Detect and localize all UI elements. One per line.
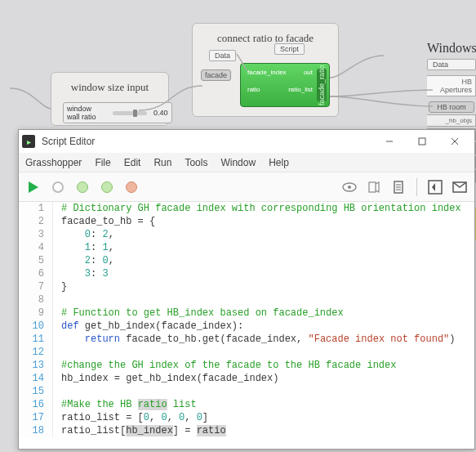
gutter: 8 xyxy=(19,293,53,307)
code-line[interactable]: 15 xyxy=(19,385,474,398)
code-line[interactable]: 5 2: 0, xyxy=(19,254,474,267)
param-hb-room[interactable]: HB room xyxy=(429,101,474,113)
code-line[interactable]: 2facade_to_hb = { xyxy=(19,215,474,228)
slider-value: 0.40 xyxy=(153,109,168,117)
close-button[interactable] xyxy=(438,130,471,153)
gutter: 17 xyxy=(19,411,53,424)
toolbar-btn-r4[interactable] xyxy=(425,177,445,197)
code-text: 1: 1, xyxy=(53,241,114,254)
gutter: 9 xyxy=(19,307,53,320)
component-name-vertical: facade_ratio xyxy=(317,69,327,101)
gutter: 6 xyxy=(19,267,53,280)
code-line[interactable]: 8 xyxy=(19,293,474,307)
code-line[interactable]: 1# Dictionary GH facade index with corre… xyxy=(19,202,474,215)
code-text: facade_to_hb = { xyxy=(53,215,155,228)
code-text: 3: 3 xyxy=(53,267,109,280)
gutter: 5 xyxy=(19,254,53,267)
maximize-button[interactable] xyxy=(406,130,438,153)
code-text: #Make the HB ratio list xyxy=(53,398,197,411)
slider-window-wall-ratio[interactable]: window wall ratio 0.40 xyxy=(63,102,172,123)
toolbar-btn-5[interactable] xyxy=(122,177,141,197)
code-line[interactable]: 4 1: 1, xyxy=(19,241,474,254)
code-line[interactable]: 3 0: 2, xyxy=(19,228,474,241)
code-text: ratio_list[hb_index] = ratio xyxy=(53,424,226,437)
toolbar xyxy=(19,172,474,202)
code-line[interactable]: 18ratio_list[hb_index] = ratio xyxy=(19,424,474,437)
code-line[interactable]: 13#change the GH index of the facade to … xyxy=(19,359,474,372)
gutter: 10 xyxy=(19,320,53,333)
script-editor-window: ▸ Script Editor Grasshopper File Edit Ru… xyxy=(18,129,475,450)
toolbar-btn-2[interactable] xyxy=(48,177,68,197)
code-text: def get_hb_index(facade_index): xyxy=(53,320,243,333)
code-line[interactable]: 14hb_index = get_hb_index(facade_index) xyxy=(19,372,474,385)
gutter: 7 xyxy=(19,280,53,293)
gutter: 3 xyxy=(19,228,53,241)
code-line[interactable]: 11 return facade_to_hb.get(facade_index,… xyxy=(19,333,474,346)
group-title: window size input xyxy=(63,81,157,94)
code-editor[interactable]: 1# Dictionary GH facade index with corre… xyxy=(19,202,474,449)
param-facade[interactable]: facade xyxy=(201,69,231,81)
menu-grasshopper[interactable]: Grasshopper xyxy=(25,157,82,168)
app-icon: ▸ xyxy=(22,135,35,148)
data-tag: Data xyxy=(427,59,476,70)
code-line[interactable]: 12 xyxy=(19,346,474,359)
code-text: return facade_to_hb.get(facade_index, "F… xyxy=(53,333,456,346)
gutter: 12 xyxy=(19,346,53,359)
preview-icon[interactable] xyxy=(340,177,359,197)
toolbar-btn-r2[interactable] xyxy=(364,177,384,197)
toolbar-btn-r3[interactable] xyxy=(389,177,408,197)
gutter: 2 xyxy=(19,215,53,228)
gutter: 1 xyxy=(19,202,53,215)
toolbar-btn-r5[interactable] xyxy=(450,177,469,197)
code-text: 2: 0, xyxy=(53,254,114,267)
svg-rect-1 xyxy=(419,138,425,145)
code-line[interactable]: 7} xyxy=(19,280,474,293)
gutter: 16 xyxy=(19,398,53,411)
code-text: hb_index = get_hb_index(facade_index) xyxy=(53,372,278,385)
code-text: # Dictionary GH facade index with corres… xyxy=(53,202,461,215)
menu-file[interactable]: File xyxy=(95,157,110,168)
slider-label: window wall ratio xyxy=(67,105,106,121)
code-line[interactable]: 10def get_hb_index(facade_index): xyxy=(19,320,474,333)
toolbar-btn-4[interactable] xyxy=(97,177,117,197)
menu-edit[interactable]: Edit xyxy=(124,157,141,168)
window-title: Script Editor xyxy=(42,136,95,147)
titlebar[interactable]: ▸ Script Editor xyxy=(19,130,474,153)
gutter: 4 xyxy=(19,241,53,254)
out-label: out xyxy=(304,69,313,76)
gutter: 13 xyxy=(19,359,53,372)
code-text xyxy=(53,385,61,398)
group-window-size-input: window size input window wall ratio 0.40 xyxy=(51,72,169,126)
group-title: Windows xyxy=(427,41,476,56)
svg-rect-7 xyxy=(369,182,376,192)
code-line[interactable]: 9# Function to get HB_index based on fac… xyxy=(19,307,474,320)
menu-run[interactable]: Run xyxy=(153,157,171,168)
toolbar-btn-3[interactable] xyxy=(73,177,92,197)
group-connect-ratio: connect ratio to facade Data Script faca… xyxy=(192,23,339,117)
component-facade-ratio[interactable]: facade_index out ratio ratio_list facade… xyxy=(240,63,330,107)
menu-help[interactable]: Help xyxy=(269,157,289,168)
menu-tools[interactable]: Tools xyxy=(185,157,207,168)
in-ratio: ratio xyxy=(247,86,260,93)
code-text: #change the GH index of the facade to th… xyxy=(53,359,396,372)
hb-apertures-label: HB Apertures xyxy=(427,75,476,96)
svg-point-6 xyxy=(348,186,351,189)
code-text xyxy=(53,346,61,359)
data-tag: Data xyxy=(209,50,236,61)
out-ratio-list: ratio_list xyxy=(288,86,313,93)
run-button[interactable] xyxy=(24,177,43,197)
menu-window[interactable]: Window xyxy=(220,157,256,168)
minimize-button[interactable] xyxy=(373,130,406,153)
code-line[interactable]: 17ratio_list = [0, 0, 0, 0] xyxy=(19,411,474,424)
group-title: connect ratio to facade xyxy=(204,32,327,45)
gutter: 14 xyxy=(19,372,53,385)
input-hb-objs[interactable]: _hb_objs xyxy=(427,114,476,127)
code-text: } xyxy=(53,280,67,293)
code-text: ratio_list = [0, 0, 0, 0] xyxy=(53,411,208,424)
in-facade-index: facade_index xyxy=(247,69,287,76)
gutter: 18 xyxy=(19,424,53,437)
code-line[interactable]: 6 3: 3 xyxy=(19,267,474,280)
svg-marker-4 xyxy=(29,181,38,193)
gutter: 15 xyxy=(19,385,53,398)
code-line[interactable]: 16#Make the HB ratio list xyxy=(19,398,474,411)
